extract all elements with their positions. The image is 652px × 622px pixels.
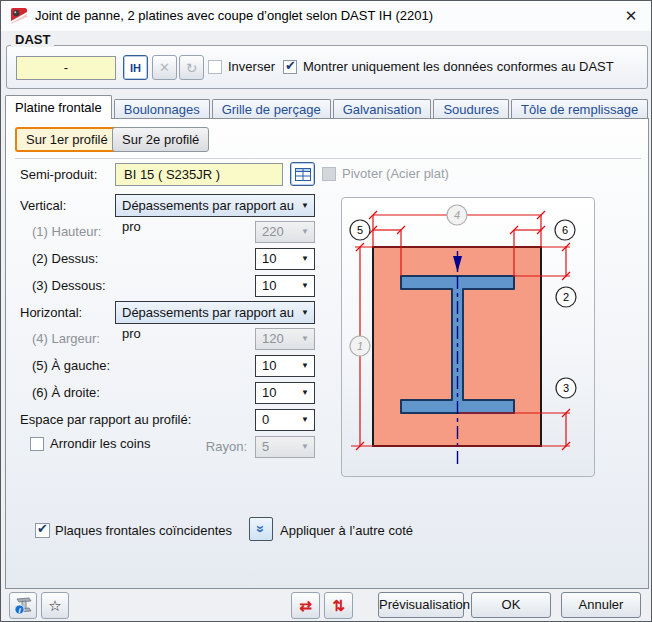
pivoter-label: Pivoter (Acier plat) xyxy=(342,166,449,181)
marker-3: 3 xyxy=(556,378,576,398)
cancel-button[interactable]: Annuler xyxy=(561,592,641,618)
semi-produit-field[interactable]: BI 15 ( S235JR ) xyxy=(115,163,283,186)
droite-label: (6) À droite: xyxy=(32,385,100,400)
svg-text:3: 3 xyxy=(563,382,569,394)
dessus-select[interactable]: 10▼ xyxy=(255,248,315,270)
star-icon: ☆ xyxy=(48,597,61,615)
dast-group-label: DAST xyxy=(11,32,54,47)
gauche-value: 10 xyxy=(262,358,276,373)
chevron-down-icon: ▼ xyxy=(301,195,309,216)
title-bar: Joint de panne, 2 platines avec coupe d’… xyxy=(1,1,651,31)
swap-horizontal-button[interactable]: ⇄ xyxy=(291,592,320,619)
swap-vertical-button[interactable]: ⇅ xyxy=(324,592,353,619)
vertical-label: Vertical: xyxy=(20,198,66,213)
droite-value: 10 xyxy=(262,385,276,400)
chevron-down-icon: ▼ xyxy=(301,276,309,296)
dast-value-field[interactable]: - xyxy=(16,56,116,80)
plaques-coincidentes-checkbox[interactable] xyxy=(35,523,50,538)
ok-button[interactable]: OK xyxy=(471,592,551,618)
tab-galvanisation[interactable]: Galvanisation xyxy=(333,99,432,119)
marker-5: 5 xyxy=(350,220,370,240)
dast-ih-button[interactable]: IH xyxy=(123,55,148,80)
marker-4: 4 xyxy=(447,205,467,225)
window-title: Joint de panne, 2 platines avec coupe d’… xyxy=(35,1,433,31)
tab-platine-frontale[interactable]: Platine frontale xyxy=(5,95,112,119)
espace-label: Espace par rapport au profilé: xyxy=(20,412,191,427)
svg-text:6: 6 xyxy=(562,224,568,236)
hauteur-label: (1) Hauteur: xyxy=(32,224,101,239)
sur-2e-profile-button[interactable]: Sur 2e profilé xyxy=(112,127,209,152)
preview-button[interactable]: Prévisualisation xyxy=(378,592,464,618)
inverser-checkbox[interactable] xyxy=(208,60,222,74)
marker-1: 1 xyxy=(350,336,370,356)
chevron-down-icon: ▼ xyxy=(301,356,309,376)
chevron-down-icon: ▼ xyxy=(301,302,309,323)
gauche-select[interactable]: 10▼ xyxy=(255,355,315,377)
largeur-select: 120▼ xyxy=(255,328,315,350)
chevron-down-icon: ▼ xyxy=(301,329,309,349)
rayon-label: Rayon: xyxy=(152,439,247,454)
chevron-down-icon: ▼ xyxy=(301,222,309,242)
swap-vertical-icon: ⇅ xyxy=(332,597,345,615)
sur-1er-profile-button[interactable]: Sur 1er profilé xyxy=(15,127,119,152)
dialog-window: Joint de panne, 2 platines avec coupe d’… xyxy=(0,0,652,622)
chevron-down-icon: ▼ xyxy=(301,410,309,430)
svg-text:2: 2 xyxy=(563,291,569,303)
svg-text:4: 4 xyxy=(454,209,460,221)
plaques-coincidentes-label: Plaques frontales coïncidentes xyxy=(55,523,232,538)
svg-text:5: 5 xyxy=(357,224,363,236)
semi-produit-label: Semi-produit: xyxy=(20,167,97,182)
profile-info-button[interactable]: i xyxy=(9,592,37,619)
separator-line xyxy=(15,158,641,159)
beam-info-icon: i xyxy=(13,597,33,615)
marker-6: 6 xyxy=(555,220,575,240)
swap-horizontal-icon: ⇄ xyxy=(299,597,312,615)
espace-value: 0 xyxy=(262,412,269,427)
chevron-down-icon: ▼ xyxy=(301,383,309,403)
dessus-label: (2) Dessus: xyxy=(32,251,98,266)
catalogue-table-button[interactable] xyxy=(290,162,315,186)
tab-tole-de-remplissage[interactable]: Tôle de remplissage xyxy=(511,99,648,119)
tab-soudures[interactable]: Soudures xyxy=(433,99,509,119)
tab-content-panel: Sur 1er profilé Sur 2e profilé Semi-prod… xyxy=(5,118,649,589)
rayon-value: 5 xyxy=(262,439,269,454)
chevron-down-icon: ▼ xyxy=(301,437,309,457)
dessus-value: 10 xyxy=(262,251,276,266)
marker-2: 2 xyxy=(556,287,576,307)
espace-select[interactable]: 0▼ xyxy=(255,409,315,431)
horizontal-label: Horizontal: xyxy=(20,305,82,320)
vertical-mode-select[interactable]: Dépassements par rapport au pro ▼ xyxy=(115,194,315,217)
montrer-checkbox[interactable] xyxy=(283,60,297,74)
table-icon xyxy=(295,168,311,181)
app-icon xyxy=(11,8,27,24)
horizontal-mode-select[interactable]: Dépassements par rapport au pro ▼ xyxy=(115,301,315,324)
largeur-label: (4) Largeur: xyxy=(32,331,100,346)
tab-bar: Platine frontale Boulonnages Grille de p… xyxy=(5,96,650,119)
favorites-button[interactable]: ☆ xyxy=(41,592,69,619)
inverser-label: Inverser xyxy=(228,59,275,74)
tab-grille-de-percage[interactable]: Grille de perçage xyxy=(212,99,331,119)
appliquer-autre-cote-button[interactable]: » xyxy=(249,517,273,541)
hauteur-select: 220▼ xyxy=(255,221,315,243)
pivoter-checkbox xyxy=(322,167,336,181)
dessous-select[interactable]: 10▼ xyxy=(255,275,315,297)
arrondir-checkbox[interactable] xyxy=(30,437,44,451)
tab-boulonnages[interactable]: Boulonnages xyxy=(114,99,210,119)
droite-select[interactable]: 10▼ xyxy=(255,382,315,404)
dast-refresh-icon: ↻ xyxy=(179,55,204,80)
hauteur-value: 220 xyxy=(262,224,284,239)
rayon-select: 5▼ xyxy=(255,436,315,458)
arrondir-label: Arrondir les coins xyxy=(50,436,150,451)
dessous-label: (3) Dessous: xyxy=(32,278,106,293)
svg-text:1: 1 xyxy=(357,340,363,352)
profile-diagram: 4 5 6 2 1 xyxy=(342,198,594,476)
montrer-label: Montrer uniquement les données conformes… xyxy=(303,59,614,74)
dast-group: - IH ✕ ↻ Inverser Montrer uniquement les… xyxy=(6,45,648,89)
gauche-label: (5) À gauche: xyxy=(32,358,110,373)
appliquer-autre-cote-label: Appliquer à l’autre coté xyxy=(280,523,413,538)
dast-clear-icon: ✕ xyxy=(152,55,177,80)
close-icon[interactable]: ✕ xyxy=(619,4,643,28)
dessous-value: 10 xyxy=(262,278,276,293)
profile-diagram-panel: 4 5 6 2 1 xyxy=(341,197,595,477)
chevron-down-icon: ▼ xyxy=(301,249,309,269)
